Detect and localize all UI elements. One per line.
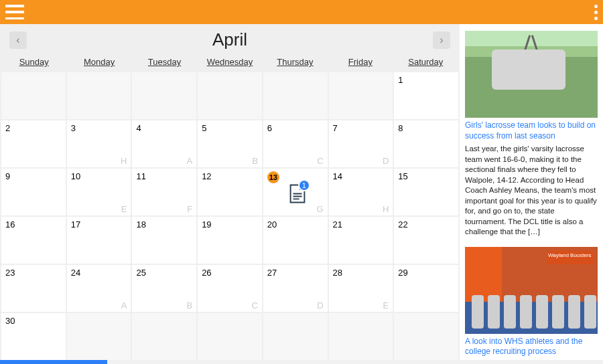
day-letter: C [251, 300, 257, 310]
document-icon[interactable]: 1 [289, 183, 306, 206]
day-number: 22 [398, 219, 407, 230]
day-letter: E [383, 300, 389, 310]
day-number: 16 [5, 219, 15, 230]
weekday-header: Friday [328, 54, 393, 70]
weekday-header: Wednesday [197, 54, 262, 70]
day-number: 19 [202, 219, 211, 230]
day-number: 9 [5, 171, 10, 181]
story-image: Wayland Boosters [465, 247, 598, 334]
day-cell-14[interactable]: 14H [329, 169, 393, 215]
day-cell-7[interactable]: 7D [329, 120, 393, 167]
weekday-header: Sunday [1, 54, 66, 70]
day-number: 25 [136, 268, 145, 278]
day-number: 28 [333, 268, 342, 278]
day-cell-17[interactable]: 17 [67, 217, 131, 264]
empty-cell [198, 72, 262, 119]
empty-cell [263, 72, 328, 119]
day-cell-2[interactable]: 2 [1, 120, 66, 167]
empty-cell [198, 313, 262, 360]
weekday-header: Tuesday [132, 54, 197, 70]
day-cell-29[interactable]: 29 [394, 265, 458, 312]
weekday-row: SundayMondayTuesdayWednesdayThursdayFrid… [0, 54, 460, 72]
day-number: 13 [267, 171, 279, 183]
next-month-button[interactable]: › [433, 31, 450, 49]
day-number: 14 [333, 171, 342, 181]
day-number: 8 [398, 123, 403, 133]
news-story[interactable]: Girls' lacrosse team looks to build on s… [465, 31, 598, 238]
empty-cell [1, 72, 66, 119]
empty-cell [263, 313, 328, 360]
day-number: 18 [136, 219, 145, 230]
day-letter: B [186, 300, 192, 310]
calendar-panel: ‹ April › SundayMondayTuesdayWednesdayTh… [0, 24, 460, 364]
day-cell-9[interactable]: 9 [1, 169, 66, 215]
day-cell-21[interactable]: 21 [329, 217, 393, 264]
hamburger-icon[interactable] [5, 5, 24, 19]
day-number: 12 [202, 171, 211, 181]
calendar-grid: 123H4A5B6C7D8910E11F1213G114H15161718192… [0, 72, 460, 360]
story-title[interactable]: Girls' lacrosse team looks to build on s… [465, 120, 598, 141]
day-cell-22[interactable]: 22 [394, 217, 458, 264]
day-letter: B [252, 156, 258, 166]
day-cell-30[interactable]: 30 [1, 313, 66, 360]
day-cell-25[interactable]: 25B [132, 265, 196, 312]
app-header [0, 0, 603, 24]
day-cell-8[interactable]: 8 [394, 120, 458, 167]
day-letter: D [317, 300, 323, 310]
day-cell-4[interactable]: 4A [132, 120, 196, 167]
empty-cell [329, 72, 393, 119]
news-story[interactable]: Wayland Boosters A look into WHS athlete… [465, 247, 598, 357]
month-title: April [212, 29, 247, 50]
day-cell-3[interactable]: 3H [67, 120, 131, 167]
day-number: 20 [267, 219, 277, 230]
day-cell-13[interactable]: 13G1 [263, 169, 328, 215]
banner-text: Wayland Boosters [547, 251, 594, 264]
empty-cell [67, 72, 131, 119]
day-letter: E [121, 204, 127, 214]
day-cell-16[interactable]: 16 [1, 217, 66, 264]
day-cell-19[interactable]: 19 [198, 217, 262, 264]
day-number: 23 [5, 268, 15, 278]
day-cell-23[interactable]: 23 [1, 265, 66, 312]
empty-cell [329, 313, 393, 360]
day-cell-12[interactable]: 12 [198, 169, 262, 215]
day-letter: F [187, 204, 192, 214]
doc-count-badge: 1 [298, 179, 310, 191]
day-number: 10 [71, 171, 80, 181]
day-letter: A [186, 156, 192, 166]
day-letter: D [383, 156, 389, 166]
day-cell-26[interactable]: 26C [198, 265, 262, 312]
empty-cell [394, 313, 458, 360]
day-number: 6 [267, 123, 272, 133]
day-cell-1[interactable]: 1 [394, 72, 458, 119]
scrollbar-thumb[interactable] [0, 360, 107, 364]
day-cell-20[interactable]: 20 [263, 217, 328, 264]
day-number: 2 [5, 123, 10, 133]
day-cell-18[interactable]: 18 [132, 217, 196, 264]
prev-month-button[interactable]: ‹ [9, 31, 27, 49]
empty-cell [132, 313, 196, 360]
day-number: 4 [136, 123, 141, 133]
day-cell-24[interactable]: 24A [67, 265, 131, 312]
day-letter: G [316, 204, 323, 214]
day-cell-6[interactable]: 6C [263, 120, 328, 167]
day-cell-11[interactable]: 11F [132, 169, 196, 215]
empty-cell [132, 72, 196, 119]
day-number: 27 [267, 268, 277, 278]
day-number: 7 [333, 123, 338, 133]
story-title[interactable]: A look into WHS athletes and the college… [465, 337, 598, 357]
kebab-menu-icon[interactable] [594, 5, 598, 20]
day-cell-28[interactable]: 28E [329, 265, 393, 312]
horizontal-scrollbar[interactable] [0, 360, 603, 364]
day-number: 1 [398, 75, 403, 85]
day-number: 30 [5, 316, 15, 326]
day-cell-5[interactable]: 5B [198, 120, 262, 167]
day-letter: H [383, 204, 389, 214]
day-cell-10[interactable]: 10E [67, 169, 131, 215]
calendar-header: ‹ April › [0, 29, 460, 54]
day-number: 15 [398, 171, 407, 181]
day-cell-15[interactable]: 15 [394, 169, 458, 215]
story-image [465, 31, 598, 118]
day-letter: A [121, 300, 127, 310]
day-cell-27[interactable]: 27D [263, 265, 328, 312]
